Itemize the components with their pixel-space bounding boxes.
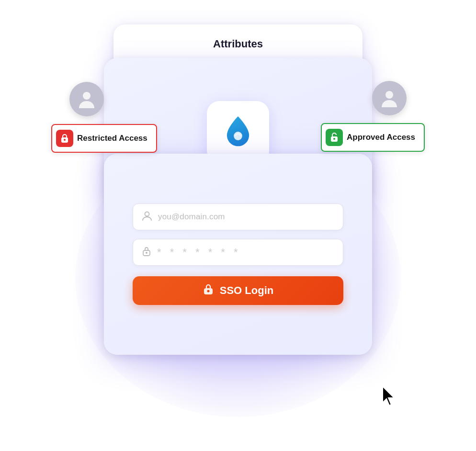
- password-lock-icon: [142, 246, 151, 259]
- restricted-label: Restricted Access: [77, 134, 147, 143]
- right-user-avatar: [372, 81, 407, 115]
- svg-point-7: [385, 91, 393, 99]
- sso-login-button[interactable]: SSO Login: [133, 276, 343, 305]
- login-card: you@domain.com * * * * * * *: [104, 154, 372, 355]
- main-scene: Attributes: [51, 20, 425, 431]
- svg-point-3: [146, 252, 147, 254]
- approved-label: Approved Access: [347, 133, 415, 142]
- svg-point-9: [64, 139, 66, 141]
- svg-point-1: [145, 212, 149, 216]
- password-placeholder: * * * * * * *: [157, 246, 241, 259]
- email-placeholder: you@domain.com: [158, 212, 225, 222]
- approved-access-badge: Approved Access: [321, 123, 425, 152]
- svg-point-6: [83, 92, 91, 100]
- restricted-access-badge: Restricted Access: [51, 124, 157, 153]
- email-input-field[interactable]: you@domain.com: [133, 203, 343, 230]
- attributes-title: Attributes: [129, 38, 347, 50]
- user-icon: [142, 211, 152, 224]
- left-user-avatar: [69, 82, 104, 116]
- password-input-field[interactable]: * * * * * * *: [133, 239, 343, 266]
- svg-point-5: [207, 290, 209, 293]
- restricted-lock-icon: [56, 130, 73, 147]
- sso-lock-icon: [203, 283, 214, 298]
- sso-button-label: SSO Login: [220, 284, 273, 297]
- drupal-logo-icon: [219, 113, 257, 151]
- approved-lock-icon: [326, 129, 343, 146]
- svg-point-0: [234, 132, 242, 140]
- svg-point-11: [333, 138, 335, 140]
